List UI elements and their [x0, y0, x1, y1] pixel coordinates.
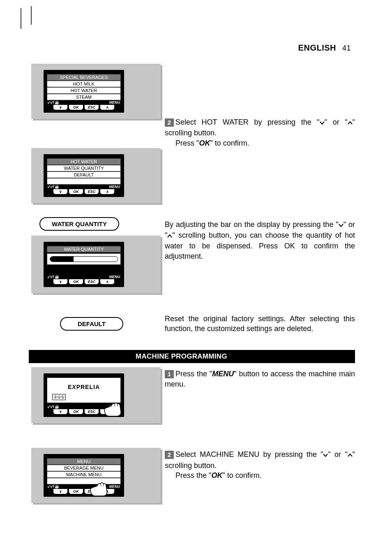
down-button: ∨	[53, 279, 68, 285]
ok-button: OK	[69, 105, 83, 110]
coffee-strength-icon: ①①①	[52, 394, 66, 400]
brand-logo: EXPRELIA	[47, 384, 120, 390]
lcd-item: BEVERAGE MENU	[47, 465, 121, 471]
up-button: ∧	[100, 105, 115, 110]
section-heading: MACHINE PROGRAMMING	[29, 350, 355, 363]
step-number: 2	[165, 118, 174, 127]
up-arrow-icon	[348, 118, 353, 128]
step-number: 2	[165, 451, 174, 459]
esc-button: ESC	[84, 409, 99, 415]
label-default: DEFAULT	[60, 317, 123, 331]
up-arrow-icon	[167, 231, 172, 241]
lcd-hot-water: HOT WATER WATER QUANTITY DEFAULT ₀°₀°/ ☕…	[44, 154, 124, 197]
lcd-title: SPECIAL BEVERAGES	[47, 74, 121, 81]
paragraph-default: Reset the original factory settings. Aft…	[165, 314, 355, 334]
down-button: ∨	[53, 105, 68, 110]
lcd-main-screen: EXPRELIA ①①① ₀°₀°/ ☕MENU ∨ OK ESC ∧	[44, 373, 124, 417]
lcd-water-quantity: WATER QUANTITY ₀°₀°/ ☕MENU ∨ OK ESC	[44, 242, 124, 287]
lcd-menu: MENU BEVERAGE MENU MACHINE MENU ₀°₀°/ ☕M…	[44, 454, 124, 497]
down-arrow-icon	[323, 450, 328, 460]
lcd-item: HOT MILK	[47, 81, 121, 87]
label-water-quantity: WATER QUANTITY	[39, 217, 119, 231]
up-arrow-icon	[348, 450, 353, 460]
lcd-item: DEFAULT	[47, 171, 121, 178]
esc-button: ESC	[84, 189, 99, 195]
instruction-step: 1Press the "MENU" button to access the m…	[165, 369, 355, 389]
manual-page: ENGLISH 41 SPECIAL BEVERAGES HOT MILK HO…	[0, 0, 392, 535]
instruction-step: 2Select MACHINE MENU by pressing the "" …	[165, 449, 355, 480]
pointing-hand-icon	[89, 480, 109, 497]
ok-button: OK	[69, 409, 83, 415]
ok-button: OK	[69, 189, 83, 195]
page-number: 41	[342, 44, 351, 52]
pointing-hand-icon	[103, 401, 123, 417]
up-button: ∧	[100, 279, 115, 285]
down-button: ∨	[53, 489, 68, 494]
down-button: ∨	[53, 409, 68, 415]
instruction-step: 2Select HOT WATER by pressing the "" or …	[165, 117, 355, 148]
lcd-item: WATER QUANTITY	[47, 165, 121, 171]
paragraph-water-quantity: By adjusting the bar on the display by p…	[165, 220, 355, 261]
down-button: ∨	[53, 189, 68, 195]
lcd-title: HOT WATER	[47, 158, 121, 165]
down-arrow-icon	[339, 220, 344, 230]
step-number: 1	[165, 370, 174, 378]
lcd-item: STEAM	[47, 94, 121, 100]
progress-bar	[50, 256, 118, 262]
up-button: ∧	[100, 189, 115, 195]
ok-button: OK	[69, 279, 83, 285]
lcd-item: MACHINE MENU	[47, 471, 121, 478]
lcd-title: WATER QUANTITY	[47, 246, 121, 252]
lcd-special-beverages: SPECIAL BEVERAGES HOT MILK HOT WATER STE…	[44, 70, 124, 113]
lcd-title: MENU	[47, 458, 121, 465]
esc-button: ESC	[84, 279, 99, 285]
lcd-item: HOT WATER	[47, 87, 121, 94]
ok-button: OK	[69, 489, 83, 494]
page-header: ENGLISH 41	[298, 43, 351, 53]
down-arrow-icon	[320, 118, 325, 128]
esc-button: ESC	[84, 105, 99, 110]
language-label: ENGLISH	[298, 43, 336, 52]
